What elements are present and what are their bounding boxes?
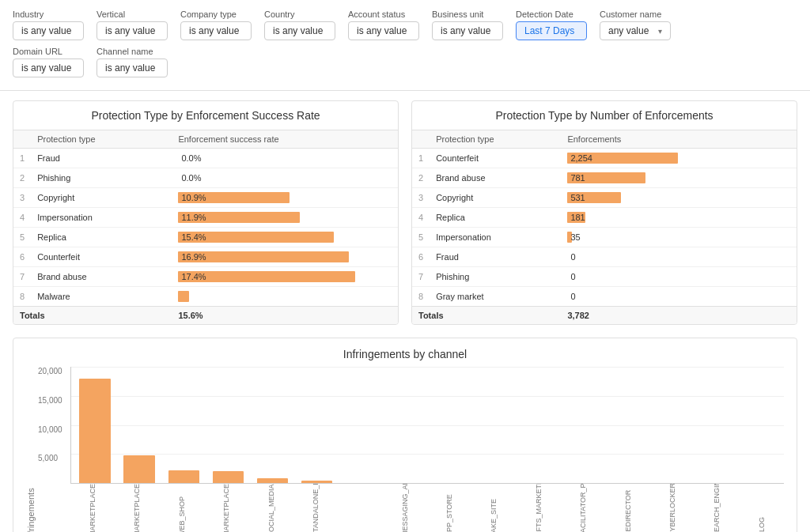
left-totals-row: Totals 15.6% (13, 307, 398, 325)
x-label-item: FACILITATOR_PAGE (561, 484, 605, 532)
right-chart-panel: Protection Type by Number of Enforcement… (411, 100, 797, 325)
right-col-num (412, 130, 430, 149)
bar-fill (178, 291, 188, 302)
bar-cell: 11.9% (172, 208, 398, 228)
table-row: 6Counterfeit16.9% (13, 247, 398, 267)
filter-group-detection_date: Detection DateLast 7 Days (516, 9, 587, 40)
bar-label: 0 (567, 272, 575, 281)
protection-type-name: Brand abuse (31, 267, 172, 287)
x-label-item: BLOG (740, 484, 784, 532)
right-col-type[interactable]: Protection type (430, 130, 561, 149)
left-totals-value: 15.6% (172, 307, 398, 325)
filter-label-company_type: Company type (180, 9, 252, 19)
bar-cell: 0.0% (172, 149, 398, 168)
protection-type-name: Malware (31, 287, 172, 307)
filter-label-detection_date: Detection Date (516, 9, 587, 19)
protection-type-name: Phishing (430, 267, 561, 287)
bar-cell: 2,254 (561, 149, 797, 168)
x-label-item: WEB_SHOP (160, 484, 204, 532)
x-labels-container: MARKETPLACE_LISTINGMARKETPLACE_SELLERWEB… (70, 484, 784, 532)
left-table: Protection type Enforcement success rate… (13, 130, 398, 324)
table-row: 8Gray market0 (412, 287, 797, 307)
bar-label: 0 (567, 252, 575, 262)
bar-cell: 181 (561, 208, 797, 228)
filter-value-business_unit[interactable]: is any value (432, 21, 503, 40)
y-axis-label: Infringements (26, 367, 36, 532)
right-totals-value: 3,782 (561, 307, 797, 325)
left-col-rate[interactable]: Enforcement success rate (172, 130, 398, 149)
x-label-item: SEARCH_ENGINE (695, 484, 739, 532)
filter-group-company_type: Company typeis any value (180, 9, 252, 40)
filter-label-business_unit: Business unit (432, 9, 503, 19)
filter-value-channel_name[interactable]: is any value (97, 58, 168, 77)
filter-value-customer_name[interactable]: any value▾ (600, 21, 671, 40)
protection-type-name: Replica (430, 208, 561, 228)
filter-value-detection_date[interactable]: Last 7 Days (516, 21, 587, 40)
row-number: 8 (412, 287, 430, 307)
filter-value-company_type[interactable]: is any value (180, 21, 252, 40)
y-label-5000: 5,000 (38, 454, 62, 462)
row-number: 4 (412, 208, 430, 228)
right-chart-title: Protection Type by Number of Enforcement… (412, 101, 797, 130)
right-totals-row: Totals 3,782 (412, 307, 797, 325)
y-axis-labels: 20,000 15,000 10,000 5,000 (38, 367, 62, 483)
filter-group-vertical: Verticalis any value (97, 9, 168, 40)
bar-group (339, 367, 383, 483)
bar-chart-panel: Infringements by channel Infringements 2… (13, 338, 797, 532)
right-col-enf[interactable]: Enforcements (561, 130, 797, 149)
protection-type-name: Counterfeit (31, 247, 172, 267)
protection-type-name: Copyright (31, 188, 172, 208)
bar-group (694, 367, 738, 483)
filter-value-vertical[interactable]: is any value (97, 21, 168, 40)
row-number: 5 (412, 228, 430, 247)
bar-cell: 531 (561, 188, 797, 208)
bar-label: 781 (567, 173, 585, 183)
table-row: 7Brand abuse17.4% (13, 267, 398, 287)
filter-value-domain_url[interactable]: is any value (13, 58, 84, 77)
filter-group-business_unit: Business unitis any value (432, 9, 503, 40)
bar-cell: 16.9% (172, 247, 398, 267)
table-row: 3Copyright10.9% (13, 188, 398, 208)
bar-label: 2,254 (567, 153, 592, 163)
filter-value-account_status[interactable]: is any value (348, 21, 419, 40)
row-number: 1 (13, 149, 31, 168)
x-label-item: APP_STORE (427, 484, 471, 532)
bar-label: 0 (567, 292, 575, 301)
row-number: 3 (412, 188, 430, 208)
bar-chart-inner: 20,000 15,000 10,000 5,000 (39, 367, 784, 532)
table-row: 6Fraud0 (412, 247, 797, 267)
x-label-item: MARKETPLACE_PRODUCT (204, 484, 248, 532)
bar-cell: 0 (561, 247, 797, 267)
bar-rect (79, 379, 110, 483)
row-number: 4 (13, 208, 31, 228)
filter-group-account_status: Account statusis any value (348, 9, 419, 40)
protection-type-name: Impersonation (430, 228, 561, 247)
table-row: 5Impersonation35 (412, 228, 797, 247)
bar-cell (172, 287, 398, 307)
left-chart-title: Protection Type by Enforcement Success R… (13, 101, 398, 130)
filter-label-industry: Industry (13, 9, 84, 19)
left-col-type[interactable]: Protection type (31, 130, 172, 149)
bar-rect (301, 481, 332, 483)
table-row: 7Phishing0 (412, 267, 797, 287)
x-label-item: SOCIAL_MEDIA (249, 484, 293, 532)
bar-chart-title: Infringements by channel (26, 348, 784, 360)
bar-rect (213, 471, 244, 483)
bar-group (250, 367, 294, 483)
x-label-item: REDIRECTOR (606, 484, 650, 532)
filter-value-industry[interactable]: is any value (13, 21, 84, 40)
bar-label: 0.0% (178, 153, 201, 163)
row-number: 3 (13, 188, 31, 208)
right-table: Protection type Enforcements 1Counterfei… (412, 130, 797, 324)
filter-group-channel_name: Channel nameis any value (97, 47, 168, 77)
row-number: 8 (13, 287, 31, 307)
bar-cell: 781 (561, 168, 797, 188)
left-chart-panel: Protection Type by Enforcement Success R… (13, 100, 399, 325)
row-number: 7 (412, 267, 430, 287)
table-row: 5Replica15.4% (13, 228, 398, 247)
bar-group (294, 367, 339, 483)
bar-group (383, 367, 427, 483)
filter-value-country[interactable]: is any value (264, 21, 335, 40)
filter-row-1: Industryis any valueVerticalis any value… (13, 9, 797, 40)
bar-label: 10.9% (178, 193, 206, 202)
